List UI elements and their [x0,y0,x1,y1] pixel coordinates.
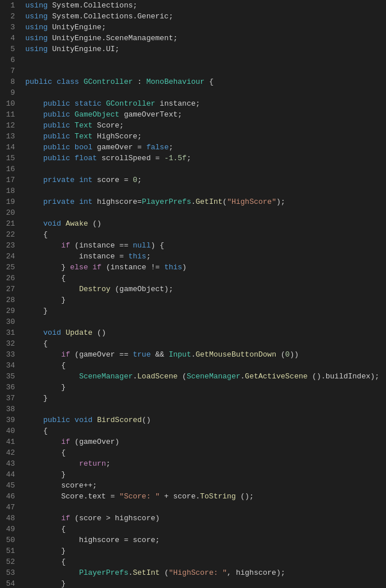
line-number: 2 [0,11,21,22]
code-line: 36 } [0,382,386,393]
line-number: 28 [0,295,21,305]
code-line: 35 SceneManager.LoadScene (SceneManager.… [0,371,386,382]
line-code: } [21,305,386,316]
code-line: 45 score++; [0,480,386,491]
line-number: 11 [0,109,21,120]
line-number: 51 [0,546,21,556]
line-code: } else if (instance != this) [21,262,386,273]
code-line: 21 void Awake () [0,218,386,229]
line-number: 14 [0,142,21,153]
code-line: 52 { [0,556,386,567]
code-line: 39 public void BirdScored() [0,415,386,425]
code-line: 16 [0,164,386,175]
line-code: } [21,295,386,305]
line-code: public GameObject gameOverText; [21,109,386,120]
code-line: 33 if (gameOver == true && Input.GetMous… [0,349,386,360]
code-line: 1using System.Collections; [0,0,386,11]
code-line: 29 } [0,305,386,316]
code-line: 54 } [0,578,386,588]
line-number: 26 [0,273,21,284]
line-code: { [21,556,386,567]
line-number: 22 [0,229,21,240]
code-line: 24 instance = this; [0,251,386,262]
line-number: 45 [0,480,21,491]
code-line: 47 [0,502,386,513]
code-line: 31 void Update () [0,327,386,338]
code-line: 17 private int score = 0; [0,175,386,185]
line-number: 1 [0,0,21,11]
line-code: { [21,229,386,240]
line-code: public static GController instance; [21,98,386,109]
line-number: 44 [0,469,21,480]
line-number: 33 [0,349,21,360]
code-line: 25 } else if (instance != this) [0,262,386,273]
line-number: 23 [0,240,21,251]
line-number: 52 [0,556,21,567]
line-code: } [21,382,386,393]
line-code: PlayerPrefs.SetInt ("HighScore: ", highs… [21,567,386,578]
code-line: 30 [0,316,386,327]
code-line: 50 highscore = score; [0,535,386,546]
code-line: 3using UnityEngine; [0,22,386,33]
line-number: 32 [0,338,21,349]
code-line: 37 } [0,393,386,404]
line-code: if (gameOver) [21,436,386,447]
line-code: public float scrollSpeed = -1.5f; [21,153,386,164]
line-number: 3 [0,22,21,33]
code-line: 22 { [0,229,386,240]
line-code: instance = this; [21,251,386,262]
line-number: 39 [0,415,21,425]
line-code [21,404,386,415]
line-number: 38 [0,404,21,415]
line-number: 17 [0,175,21,185]
line-number: 36 [0,382,21,393]
code-line: 2using System.Collections.Generic; [0,11,386,22]
line-number: 24 [0,251,21,262]
line-code: { [21,447,386,458]
code-line: 49 { [0,524,386,535]
line-number: 43 [0,458,21,469]
code-line: 6 [0,55,386,65]
line-number: 8 [0,76,21,87]
line-number: 5 [0,44,21,55]
line-code: { [21,425,386,436]
line-number: 40 [0,425,21,436]
line-code: { [21,524,386,535]
line-number: 53 [0,567,21,578]
line-number: 34 [0,360,21,371]
code-line: 32 { [0,338,386,349]
line-number: 35 [0,371,21,382]
line-number: 25 [0,262,21,273]
code-line: 43 return; [0,458,386,469]
line-number: 46 [0,491,21,502]
line-code: if (score > highscore) [21,513,386,524]
line-code: return; [21,458,386,469]
code-line: 18 [0,185,386,196]
line-code: private int highscore=PlayerPrefs.GetInt… [21,196,386,207]
line-number: 9 [0,87,21,98]
line-code: void Awake () [21,218,386,229]
line-code: public Text Score; [21,120,386,131]
line-code: public bool gameOver = false; [21,142,386,153]
line-number: 49 [0,524,21,535]
line-code: Destroy (gameObject); [21,284,386,295]
line-number: 48 [0,513,21,524]
code-editor: 1using System.Collections;2using System.… [0,0,386,588]
line-number: 27 [0,284,21,295]
line-code [21,65,386,76]
code-line: 4using UnityEngine.SceneManagement; [0,33,386,44]
code-line: 8public class GController : MonoBehaviou… [0,76,386,87]
line-code: if (gameOver == true && Input.GetMouseBu… [21,349,386,360]
code-line: 27 Destroy (gameObject); [0,284,386,295]
code-line: 42 { [0,447,386,458]
line-number: 42 [0,447,21,458]
line-number: 15 [0,153,21,164]
code-line: 19 private int highscore=PlayerPrefs.Get… [0,196,386,207]
line-number: 31 [0,327,21,338]
line-number: 30 [0,316,21,327]
line-code [21,164,386,175]
line-code: using System.Collections; [21,0,386,11]
code-line: 41 if (gameOver) [0,436,386,447]
line-code: using UnityEngine.UI; [21,44,386,55]
line-code: using UnityEngine; [21,22,386,33]
